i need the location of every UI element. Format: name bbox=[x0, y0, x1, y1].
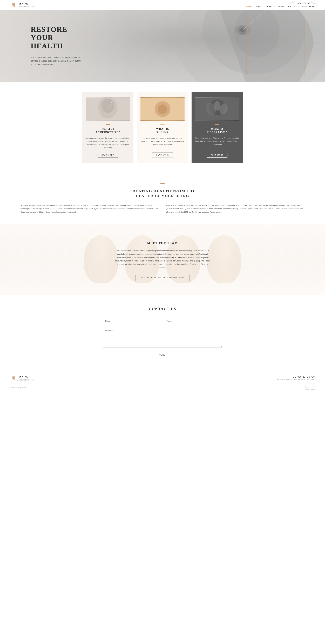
privacy-link[interactable]: Privacy Policy bbox=[16, 387, 26, 388]
logo-subtitle: Acupuncture clinic bbox=[18, 6, 34, 8]
team-title: MEET THE TEAM bbox=[21, 242, 304, 245]
tuina-svg bbox=[140, 97, 185, 121]
about-title: CREATING HEALTH FROM THECENTER OF YOUR B… bbox=[21, 189, 304, 198]
header-right: TEL: 800-2345-6789 HOME ABOUT PAGES BLOG… bbox=[246, 2, 315, 8]
svg-point-14 bbox=[102, 99, 114, 113]
logo[interactable]: Health Acupuncture clinic bbox=[10, 2, 34, 8]
nav-about[interactable]: ABOUT bbox=[256, 6, 264, 8]
hero-description: The acupuncture clinic provides a variet… bbox=[31, 56, 82, 66]
nav-gallery[interactable]: GALLERY bbox=[288, 6, 299, 8]
about-columns: At Health, we emphasize a holistic and p… bbox=[21, 204, 304, 214]
nav-home[interactable]: HOME bbox=[246, 6, 252, 8]
hero-divider bbox=[31, 53, 36, 53]
hero-title: RESTORE YOUR HEALTH bbox=[31, 25, 85, 50]
contact-section: CONTACT US SEND bbox=[0, 294, 325, 370]
svg-point-18 bbox=[158, 104, 167, 114]
footer-logo[interactable]: Health Acupuncture clinic bbox=[10, 375, 34, 381]
nav-contacts[interactable]: CONTACTS bbox=[302, 6, 315, 8]
herbalism-title: WHAT ISHERBALISM? bbox=[207, 127, 227, 134]
logo-text: Health Acupuncture clinic bbox=[18, 2, 34, 8]
svg-point-28 bbox=[12, 378, 14, 379]
footer-main: Health Acupuncture clinic TEL: 800-2345-… bbox=[10, 375, 315, 381]
team-divider-top bbox=[160, 238, 165, 238]
footer-logo-title: Health bbox=[18, 375, 34, 379]
herbalism-divider bbox=[215, 124, 219, 125]
tel-number: TEL: 800-2345-6789 bbox=[291, 2, 315, 4]
service-card-tuina: WHAT ISTUI NA? Tui Na is a form of massa… bbox=[137, 92, 188, 163]
about-col-2: At Health, we emphasize a holistic and p… bbox=[166, 204, 304, 214]
footer-logo-icon bbox=[10, 375, 16, 381]
tuina-read-more[interactable]: READ MORE bbox=[152, 152, 173, 158]
tuina-image bbox=[140, 97, 185, 121]
herbalism-svg bbox=[195, 97, 239, 121]
team-description: Our Acupuncture Clinic is dedicated to p… bbox=[115, 249, 210, 270]
about-divider-top bbox=[160, 183, 165, 184]
footer-contact-info: TEL: 800-2345-6789 28 Jackson Blvd Ste 1… bbox=[277, 376, 315, 381]
footer-tel: TEL: 800-2345-6789 bbox=[277, 376, 315, 378]
acupuncture-svg bbox=[86, 97, 130, 121]
footer-logo-text: Health Acupuncture clinic bbox=[18, 375, 34, 381]
acupuncture-read-more[interactable]: READ MORE bbox=[98, 153, 118, 158]
phone-input[interactable] bbox=[164, 318, 222, 324]
svg-point-4 bbox=[12, 4, 14, 6]
about-section: CREATING HEALTH FROM THECENTER OF YOUR B… bbox=[0, 173, 325, 224]
logo-title: Health bbox=[18, 2, 34, 6]
contact-form: SEND bbox=[103, 318, 222, 358]
footer-copyright: © 2016 Privacy Policy bbox=[10, 387, 26, 388]
services-section: WHAT ISACUPUNCTURE? Acupuncture involves… bbox=[0, 82, 325, 173]
tuina-desc: Tui Na is a form of massage developed th… bbox=[140, 137, 185, 146]
contact-title: CONTACT US bbox=[21, 306, 304, 311]
tuina-title: WHAT ISTUI NA? bbox=[156, 127, 169, 134]
tuina-divider bbox=[160, 124, 165, 125]
nav-pages[interactable]: PAGES bbox=[267, 6, 275, 8]
nav-blog[interactable]: BLOG bbox=[278, 6, 285, 8]
herbalism-read-more[interactable]: READ MORE bbox=[207, 153, 227, 158]
name-input[interactable] bbox=[103, 318, 161, 324]
acupuncture-image bbox=[86, 97, 130, 121]
hero-decorative-border bbox=[246, 17, 304, 75]
team-read-more-button[interactable]: READ MORE ABOUT OUR PRACTITIONERS bbox=[135, 274, 189, 281]
team-content: MEET THE TEAM Our Acupuncture Clinic is … bbox=[21, 238, 304, 281]
footer-bottom: © 2016 Privacy Policy f t bbox=[10, 384, 315, 390]
footer-social: f t bbox=[305, 386, 315, 390]
facebook-icon[interactable]: f bbox=[305, 386, 309, 390]
acupuncture-divider bbox=[106, 124, 110, 125]
team-section: MEET THE TEAM Our Acupuncture Clinic is … bbox=[0, 224, 325, 294]
main-nav: HOME ABOUT PAGES BLOG GALLERY CONTACTS bbox=[246, 6, 315, 8]
header: Health Acupuncture clinic TEL: 800-2345-… bbox=[0, 0, 325, 10]
twitter-icon[interactable]: t bbox=[311, 386, 315, 390]
logo-icon bbox=[10, 2, 16, 8]
send-button[interactable]: SEND bbox=[151, 352, 174, 358]
message-textarea[interactable] bbox=[103, 327, 222, 348]
herbalism-desc: Stretching back over 2,500 years, Chines… bbox=[195, 136, 239, 146]
svg-point-23 bbox=[214, 101, 220, 111]
about-col-1: At Health, we emphasize a holistic and p… bbox=[21, 204, 159, 214]
service-card-herbalism: WHAT ISHERBALISM? Stretching back over 2… bbox=[192, 92, 243, 163]
form-row-1 bbox=[103, 318, 222, 324]
hero-content: RESTORE YOUR HEALTH The acupuncture clin… bbox=[0, 25, 85, 66]
footer: Health Acupuncture clinic TEL: 800-2345-… bbox=[0, 370, 325, 395]
service-card-acupuncture: WHAT ISACUPUNCTURE? Acupuncture involves… bbox=[82, 92, 133, 163]
herbalism-image bbox=[195, 97, 239, 121]
acupuncture-title: WHAT ISACUPUNCTURE? bbox=[96, 127, 120, 134]
hero-section: RESTORE YOUR HEALTH The acupuncture clin… bbox=[0, 10, 325, 82]
footer-address: 28 Jackson Blvd Ste 1020 Chicago IL 6060… bbox=[277, 379, 315, 381]
footer-logo-subtitle: Acupuncture clinic bbox=[18, 379, 34, 381]
acupuncture-desc: Acupuncture involves the insertion of ex… bbox=[86, 136, 130, 150]
